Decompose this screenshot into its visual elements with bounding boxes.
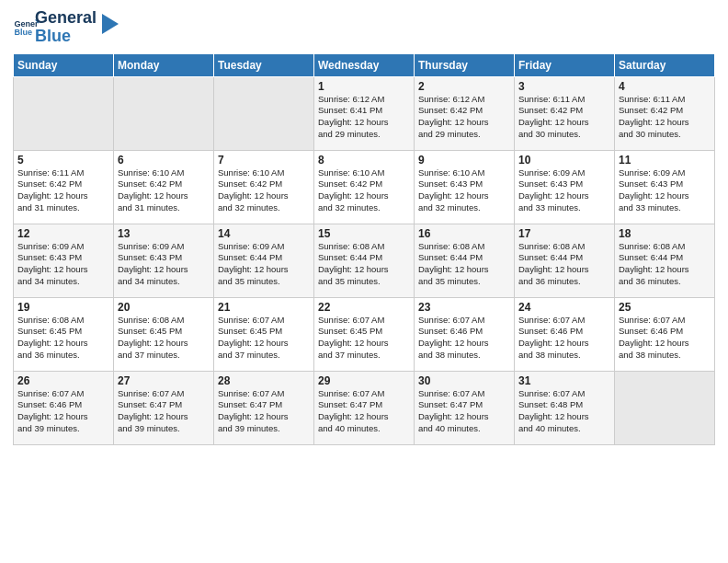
day-cell: 21Sunrise: 6:07 AM Sunset: 6:45 PM Dayli… [214,297,314,371]
day-number: 3 [518,80,610,93]
svg-text:Blue: Blue [14,28,32,37]
day-cell [114,76,214,150]
header-wednesday: Wednesday [314,53,415,76]
day-number: 28 [218,374,310,387]
day-number: 12 [17,227,109,240]
day-number: 19 [17,301,109,314]
day-info: Sunrise: 6:07 AM Sunset: 6:47 PM Dayligh… [218,388,310,435]
day-info: Sunrise: 6:08 AM Sunset: 6:44 PM Dayligh… [619,241,711,288]
day-info: Sunrise: 6:07 AM Sunset: 6:48 PM Dayligh… [518,388,610,435]
day-number: 6 [118,154,210,167]
header-tuesday: Tuesday [214,53,314,76]
day-info: Sunrise: 6:12 AM Sunset: 6:42 PM Dayligh… [418,94,510,141]
logo-general: General [35,9,97,28]
day-cell: 12Sunrise: 6:09 AM Sunset: 6:43 PM Dayli… [14,224,114,297]
day-number: 21 [218,301,310,314]
week-row-1: 5Sunrise: 6:11 AM Sunset: 6:42 PM Daylig… [14,150,715,224]
week-row-2: 12Sunrise: 6:09 AM Sunset: 6:43 PM Dayli… [14,224,715,297]
day-info: Sunrise: 6:07 AM Sunset: 6:45 PM Dayligh… [218,315,310,362]
day-number: 9 [418,154,510,167]
day-number: 26 [17,374,109,387]
day-cell: 26Sunrise: 6:07 AM Sunset: 6:46 PM Dayli… [14,371,114,444]
day-number: 25 [619,301,711,314]
day-info: Sunrise: 6:07 AM Sunset: 6:46 PM Dayligh… [518,315,610,362]
day-info: Sunrise: 6:08 AM Sunset: 6:44 PM Dayligh… [318,241,410,288]
day-cell: 10Sunrise: 6:09 AM Sunset: 6:43 PM Dayli… [515,150,615,224]
day-number: 13 [118,227,210,240]
day-cell [214,76,314,150]
header-monday: Monday [114,53,214,76]
day-number: 29 [318,374,410,387]
day-info: Sunrise: 6:11 AM Sunset: 6:42 PM Dayligh… [518,94,610,141]
day-info: Sunrise: 6:08 AM Sunset: 6:44 PM Dayligh… [418,241,510,288]
day-number: 24 [518,301,610,314]
day-number: 8 [318,154,410,167]
day-cell: 25Sunrise: 6:07 AM Sunset: 6:46 PM Dayli… [615,297,715,371]
day-number: 23 [418,301,510,314]
day-cell [14,76,114,150]
day-info: Sunrise: 6:10 AM Sunset: 6:42 PM Dayligh… [318,167,410,214]
svg-marker-4 [102,14,119,34]
day-number: 5 [17,154,109,167]
day-cell: 13Sunrise: 6:09 AM Sunset: 6:43 PM Dayli… [114,224,214,297]
day-cell: 15Sunrise: 6:08 AM Sunset: 6:44 PM Dayli… [314,224,415,297]
day-cell: 9Sunrise: 6:10 AM Sunset: 6:43 PM Daylig… [415,150,515,224]
day-number: 30 [418,374,510,387]
day-number: 2 [418,80,510,93]
header-thursday: Thursday [415,53,515,76]
day-info: Sunrise: 6:09 AM Sunset: 6:43 PM Dayligh… [118,241,210,288]
logo-arrow-icon [102,14,119,34]
day-cell: 4Sunrise: 6:11 AM Sunset: 6:42 PM Daylig… [615,76,715,150]
page: General Blue General Blue SundayMondayTu… [0,0,728,563]
day-info: Sunrise: 6:07 AM Sunset: 6:47 PM Dayligh… [418,388,510,435]
day-cell: 5Sunrise: 6:11 AM Sunset: 6:42 PM Daylig… [14,150,114,224]
day-cell: 17Sunrise: 6:08 AM Sunset: 6:44 PM Dayli… [515,224,615,297]
day-number: 14 [218,227,310,240]
day-number: 27 [118,374,210,387]
header-saturday: Saturday [615,53,715,76]
day-info: Sunrise: 6:10 AM Sunset: 6:42 PM Dayligh… [218,167,310,214]
day-info: Sunrise: 6:11 AM Sunset: 6:42 PM Dayligh… [17,167,109,214]
day-info: Sunrise: 6:09 AM Sunset: 6:43 PM Dayligh… [518,167,610,214]
day-cell: 14Sunrise: 6:09 AM Sunset: 6:44 PM Dayli… [214,224,314,297]
day-info: Sunrise: 6:07 AM Sunset: 6:47 PM Dayligh… [118,388,210,435]
day-cell: 6Sunrise: 6:10 AM Sunset: 6:42 PM Daylig… [114,150,214,224]
day-info: Sunrise: 6:07 AM Sunset: 6:46 PM Dayligh… [17,388,109,435]
day-info: Sunrise: 6:09 AM Sunset: 6:44 PM Dayligh… [218,241,310,288]
day-number: 7 [218,154,310,167]
day-info: Sunrise: 6:07 AM Sunset: 6:45 PM Dayligh… [318,315,410,362]
calendar-header-row: SundayMondayTuesdayWednesdayThursdayFrid… [14,53,715,76]
day-number: 1 [318,80,410,93]
day-number: 4 [619,80,711,93]
day-number: 11 [619,154,711,167]
day-cell: 31Sunrise: 6:07 AM Sunset: 6:48 PM Dayli… [515,371,615,444]
day-info: Sunrise: 6:08 AM Sunset: 6:44 PM Dayligh… [518,241,610,288]
day-info: Sunrise: 6:07 AM Sunset: 6:46 PM Dayligh… [418,315,510,362]
day-info: Sunrise: 6:07 AM Sunset: 6:47 PM Dayligh… [318,388,410,435]
day-cell: 18Sunrise: 6:08 AM Sunset: 6:44 PM Dayli… [615,224,715,297]
day-number: 17 [518,227,610,240]
day-number: 22 [318,301,410,314]
day-number: 16 [418,227,510,240]
day-cell: 19Sunrise: 6:08 AM Sunset: 6:45 PM Dayli… [14,297,114,371]
calendar-table: SundayMondayTuesdayWednesdayThursdayFrid… [13,53,715,445]
day-cell: 29Sunrise: 6:07 AM Sunset: 6:47 PM Dayli… [314,371,415,444]
day-info: Sunrise: 6:11 AM Sunset: 6:42 PM Dayligh… [619,94,711,141]
day-cell: 16Sunrise: 6:08 AM Sunset: 6:44 PM Dayli… [415,224,515,297]
day-cell: 24Sunrise: 6:07 AM Sunset: 6:46 PM Dayli… [515,297,615,371]
logo-blue: Blue [35,28,97,46]
day-cell: 23Sunrise: 6:07 AM Sunset: 6:46 PM Dayli… [415,297,515,371]
day-info: Sunrise: 6:10 AM Sunset: 6:42 PM Dayligh… [118,167,210,214]
day-cell: 1Sunrise: 6:12 AM Sunset: 6:41 PM Daylig… [314,76,415,150]
header: General Blue General Blue [13,9,715,46]
day-number: 31 [518,374,610,387]
day-number: 15 [318,227,410,240]
day-cell: 28Sunrise: 6:07 AM Sunset: 6:47 PM Dayli… [214,371,314,444]
day-cell: 8Sunrise: 6:10 AM Sunset: 6:42 PM Daylig… [314,150,415,224]
day-info: Sunrise: 6:10 AM Sunset: 6:43 PM Dayligh… [418,167,510,214]
day-info: Sunrise: 6:09 AM Sunset: 6:43 PM Dayligh… [619,167,711,214]
day-cell: 27Sunrise: 6:07 AM Sunset: 6:47 PM Dayli… [114,371,214,444]
day-info: Sunrise: 6:07 AM Sunset: 6:46 PM Dayligh… [619,315,711,362]
day-cell: 22Sunrise: 6:07 AM Sunset: 6:45 PM Dayli… [314,297,415,371]
day-cell: 3Sunrise: 6:11 AM Sunset: 6:42 PM Daylig… [515,76,615,150]
